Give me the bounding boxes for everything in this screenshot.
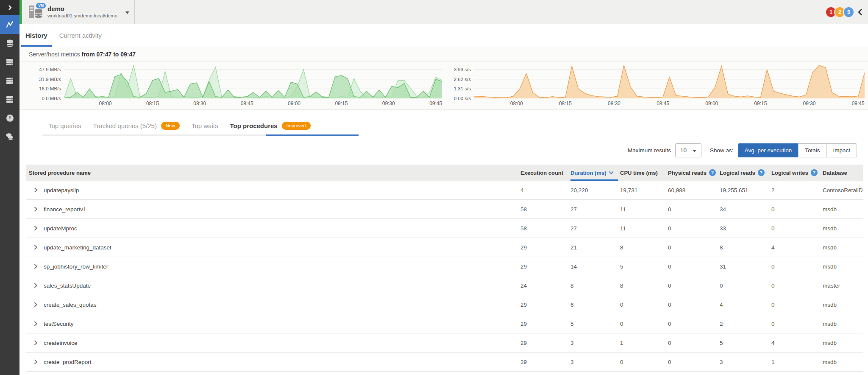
tab-tracked-queries-5-25-[interactable]: Tracked queries (5/25)New xyxy=(87,118,186,133)
y-axis-labels: 47.9 MB/s31.9 MB/s16.0 MB/s0.0 MB/s xyxy=(19,65,64,108)
cpu-time-cell: 0 xyxy=(620,302,668,308)
tab-history[interactable]: History xyxy=(19,24,53,47)
procedure-name-cell[interactable]: createinvoice xyxy=(29,340,520,346)
duration-cell: 6 xyxy=(570,302,620,308)
column-header-logical-reads[interactable]: Logical reads? xyxy=(720,165,771,181)
nav-servers-3[interactable] xyxy=(0,90,19,109)
column-header-logical-writes[interactable]: Logical writes? xyxy=(771,165,823,181)
column-header-label: Database xyxy=(823,170,847,176)
table-row[interactable]: update_marketing_dataset29218084msdb xyxy=(26,238,863,257)
nav-servers-1[interactable] xyxy=(0,53,19,71)
x-axis-labels: 08:0008:1508:3008:4509:0009:1509:3009:45 xyxy=(474,98,865,108)
tab-top-procedures[interactable]: Top proceduresImproved xyxy=(224,118,316,133)
expand-row-chevron-icon[interactable] xyxy=(33,302,38,307)
database-cell: msdb xyxy=(823,225,863,232)
nav-servers-2[interactable] xyxy=(0,71,19,90)
column-header-physical-reads[interactable]: Physical reads? xyxy=(668,165,720,181)
duration-cell: 14 xyxy=(570,263,620,270)
tab-top-waits[interactable]: Top waits xyxy=(186,118,224,133)
nav-performance[interactable] xyxy=(0,15,19,34)
expand-row-chevron-icon[interactable] xyxy=(33,226,38,231)
execution-count-cell: 29 xyxy=(520,340,570,346)
physical-reads-cell: 60,988 xyxy=(668,187,720,193)
expand-row-chevron-icon[interactable] xyxy=(33,264,38,269)
table-row[interactable]: testSecurity2950020msdb xyxy=(26,314,863,333)
expand-row-chevron-icon[interactable] xyxy=(33,207,38,212)
duration-cell: 3 xyxy=(570,340,620,346)
expand-row-chevron-icon[interactable] xyxy=(33,321,38,326)
execution-count-cell: 58 xyxy=(520,206,570,213)
table-row[interactable]: create_sales_quotas2960040msdb xyxy=(26,295,863,314)
physical-reads-cell: 0 xyxy=(668,283,720,289)
procedure-name-cell[interactable]: update_marketing_dataset xyxy=(29,244,520,251)
maximum-results-select[interactable]: 10 xyxy=(675,143,701,157)
procedure-name-cell[interactable]: updateMproc xyxy=(29,225,520,232)
column-header-duration-ms-[interactable]: Duration (ms) xyxy=(570,165,620,181)
table-row[interactable]: finance_reportv15827110340msdb xyxy=(26,200,863,219)
collapse-panel-icon[interactable] xyxy=(857,8,863,16)
expand-sidebar-button[interactable] xyxy=(0,0,19,15)
x-tick-label: 08:45 xyxy=(241,101,253,106)
procedure-name-cell[interactable]: create_prodReport xyxy=(29,359,520,365)
logical-reads-cell: 0 xyxy=(720,283,771,289)
show-as-toggle-group: Avg. per executionTotalsImpact xyxy=(738,143,857,157)
procedure-name-cell[interactable]: sp_jobhistory_row_limiter xyxy=(29,263,520,270)
help-icon[interactable]: ? xyxy=(811,169,818,176)
server-host: workload01.smdemo.local\demo xyxy=(47,13,117,19)
column-header-execution-count[interactable]: Execution count xyxy=(520,165,570,181)
table-row[interactable]: updatepayslip420,22019,73160,98819,255,6… xyxy=(26,181,863,200)
procedure-name: finance_reportv1 xyxy=(44,206,86,213)
expand-row-chevron-icon[interactable] xyxy=(33,245,38,250)
y-axis-labels: 3.93 s/s2.62 s/s1.31 s/s0.00 s/s xyxy=(442,65,474,108)
execution-count-cell: 29 xyxy=(520,321,570,327)
procedure-name: update_marketing_dataset xyxy=(44,244,111,251)
show-as-impact-button[interactable]: Impact xyxy=(826,143,857,157)
table-row[interactable]: sales_statsUpdate2488000master xyxy=(26,276,863,295)
left-sidebar xyxy=(0,0,19,375)
tab-current-activity[interactable]: Current activity xyxy=(53,24,108,47)
x-tick-label: 08:00 xyxy=(99,101,112,106)
server-icon xyxy=(6,58,14,66)
procedure-name: testSecurity xyxy=(44,321,74,327)
metrics-title: Server/host metrics xyxy=(29,51,80,58)
cpu-time-cell: 0 xyxy=(620,321,668,327)
show-as-avg-per-execution-button[interactable]: Avg. per execution xyxy=(738,143,799,157)
procedure-name-cell[interactable]: sales_statsUpdate xyxy=(29,283,520,289)
table-row[interactable]: updateMproc5827110330msdb xyxy=(26,219,863,238)
expand-row-chevron-icon[interactable] xyxy=(33,283,38,288)
expand-row-chevron-icon[interactable] xyxy=(33,188,38,193)
tab-top-queries[interactable]: Top queries xyxy=(42,118,87,133)
alert-count-badge-5[interactable]: 5 xyxy=(843,6,854,18)
column-header-label: Duration (ms) xyxy=(570,170,606,176)
table-row[interactable]: sp_jobhistory_row_limiter291450310msdb xyxy=(26,257,863,276)
table-row[interactable]: create_prodReport2930031msdb xyxy=(26,353,863,372)
column-header-stored-procedure-name[interactable]: Stored procedure name xyxy=(29,165,520,181)
waits-chart[interactable]: 3.93 s/s2.62 s/s1.31 s/s0.00 s/s08:0008:… xyxy=(442,65,865,108)
select-caret-icon xyxy=(693,147,696,154)
x-tick-label: 08:15 xyxy=(146,101,159,106)
logical-writes-cell: 0 xyxy=(771,321,823,327)
disk-throughput-chart[interactable]: 47.9 MB/s31.9 MB/s16.0 MB/s0.0 MB/s08:00… xyxy=(19,65,442,108)
procedure-name-cell[interactable]: updatepayslip xyxy=(29,187,520,193)
column-header-database[interactable]: Database xyxy=(823,165,863,181)
procedure-name-cell[interactable]: testSecurity xyxy=(29,321,520,327)
duration-cell: 21 xyxy=(570,244,620,251)
show-as-totals-button[interactable]: Totals xyxy=(798,143,826,157)
column-header-cpu-time-ms-[interactable]: CPU time (ms) xyxy=(620,165,668,181)
physical-reads-cell: 0 xyxy=(668,321,720,327)
nav-databases[interactable] xyxy=(0,34,19,53)
server-icon xyxy=(6,76,14,85)
cpu-time-cell: 11 xyxy=(620,225,668,232)
help-icon[interactable]: ? xyxy=(709,169,716,176)
help-icon[interactable]: ? xyxy=(758,169,765,176)
procedure-name-cell[interactable]: create_sales_quotas xyxy=(29,302,520,308)
nav-environment[interactable] xyxy=(0,127,19,146)
server-selector[interactable]: VM demo workload01.smdemo.local\demo xyxy=(19,0,135,24)
expand-row-chevron-icon[interactable] xyxy=(33,340,38,345)
nav-alerts[interactable] xyxy=(0,109,19,127)
table-row[interactable]: createinvoice2931054msdb xyxy=(26,333,863,353)
procedure-name-cell[interactable]: finance_reportv1 xyxy=(29,206,520,213)
logical-reads-cell: 5 xyxy=(720,340,771,346)
database-cell: msdb xyxy=(823,302,863,308)
expand-row-chevron-icon[interactable] xyxy=(33,359,38,364)
